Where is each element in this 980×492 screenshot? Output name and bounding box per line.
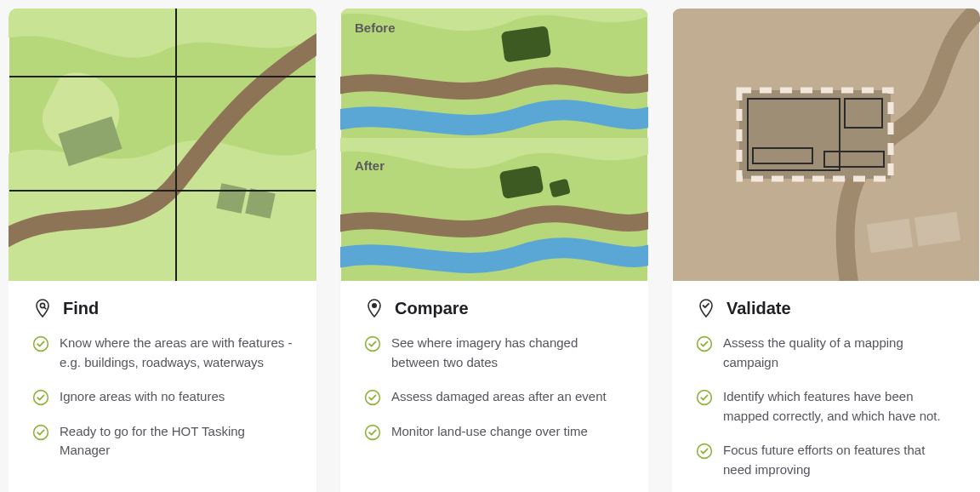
svg-rect-24 [914, 212, 960, 247]
bullet-text: Identify which features have been mapped… [723, 387, 956, 426]
check-circle-icon [364, 335, 381, 352]
bullet-text: See where imagery has changed between tw… [391, 334, 624, 372]
bullet-text: Ignore areas with no features [60, 387, 225, 407]
card-validate: Validate Assess the quality of a mapping… [672, 9, 980, 492]
bullet-item: Monitor land-use change over time [364, 422, 624, 442]
find-illustration [9, 9, 316, 281]
card-find-title: Find [63, 299, 99, 318]
card-validate-bullets: Assess the quality of a mapping campaign… [696, 334, 956, 479]
validate-illustration [672, 9, 980, 281]
check-circle-icon [32, 389, 49, 406]
svg-rect-25 [739, 90, 891, 179]
card-compare-body: Compare See where imagery has changed be… [340, 281, 648, 461]
svg-line-8 [44, 307, 46, 309]
bullet-text: Ready to go for the HOT Tasking Manager [60, 422, 293, 461]
card-find-bullets: Know where the areas are with features -… [32, 334, 293, 461]
card-compare: Before After Compare [340, 9, 648, 492]
find-pin-icon [32, 298, 53, 318]
validate-pin-icon [696, 298, 716, 318]
before-label: Before [355, 20, 396, 35]
card-compare-bullets: See where imagery has changed between tw… [364, 334, 624, 441]
svg-rect-2 [216, 183, 247, 214]
check-circle-icon [696, 335, 713, 352]
bullet-item: Assess damaged areas after an event [364, 387, 624, 407]
bullet-item: Know where the areas are with features -… [32, 334, 293, 372]
card-validate-body: Validate Assess the quality of a mapping… [672, 281, 980, 492]
feature-cards-row: Find Know where the areas are with featu… [9, 9, 980, 492]
check-circle-icon [696, 389, 713, 406]
bullet-text: Assess the quality of a mapping campaign [723, 334, 956, 372]
bullet-item: See where imagery has changed between tw… [364, 334, 624, 372]
bullet-item: Assess the quality of a mapping campaign [696, 334, 956, 372]
card-compare-title-row: Compare [364, 298, 624, 318]
card-validate-title-row: Validate [696, 298, 956, 318]
bullet-text: Know where the areas are with features -… [60, 334, 293, 372]
after-label: After [355, 158, 385, 173]
svg-rect-3 [245, 188, 276, 219]
svg-point-7 [40, 303, 44, 307]
svg-point-18 [372, 303, 377, 308]
card-find-body: Find Know where the areas are with featu… [9, 281, 316, 481]
card-find: Find Know where the areas are with featu… [9, 9, 316, 492]
svg-rect-13 [501, 26, 551, 62]
check-circle-icon [32, 335, 49, 352]
bullet-text: Monitor land-use change over time [391, 422, 588, 442]
bullet-item: Ready to go for the HOT Tasking Manager [32, 422, 293, 461]
card-compare-title: Compare [395, 299, 469, 318]
check-circle-icon [32, 424, 49, 441]
bullet-item: Identify which features have been mapped… [696, 387, 956, 426]
bullet-text: Assess damaged areas after an event [391, 387, 607, 407]
check-circle-icon [364, 424, 381, 441]
check-circle-icon [364, 389, 381, 406]
bullet-text: Focus future efforts on features that ne… [723, 441, 956, 479]
bullet-item: Ignore areas with no features [32, 387, 293, 407]
bullet-item: Focus future efforts on features that ne… [696, 441, 956, 479]
compare-pin-icon [364, 298, 385, 318]
svg-rect-23 [867, 219, 913, 254]
compare-illustration: Before After [340, 9, 648, 281]
card-validate-title: Validate [726, 299, 791, 318]
card-find-title-row: Find [32, 298, 293, 318]
check-circle-icon [696, 443, 713, 460]
